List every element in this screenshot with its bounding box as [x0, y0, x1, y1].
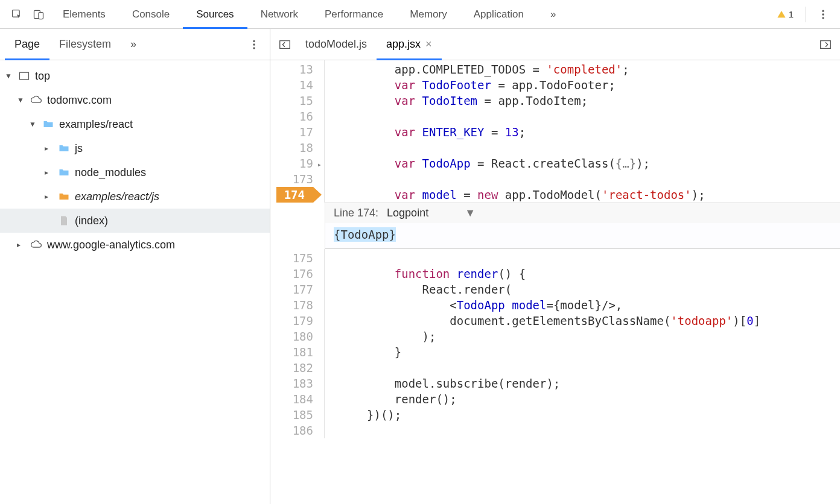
svg-point-4 — [822, 13, 824, 15]
file-tab-appjsx[interactable]: app.jsx × — [377, 29, 442, 60]
svg-rect-9 — [20, 72, 29, 80]
tree-domain-ga[interactable]: ▸ www.google-analytics.com — [0, 233, 270, 257]
tree-folder-examples-react[interactable]: ▼ examples/react — [0, 112, 270, 136]
frame-icon — [17, 70, 31, 82]
svg-point-5 — [822, 17, 824, 19]
editor-tabs: todoModel.js app.jsx × — [270, 29, 840, 60]
warning-count: 1 — [789, 9, 794, 19]
file-tab-label: app.jsx — [386, 38, 421, 51]
navigator-kebab-icon[interactable] — [247, 37, 261, 52]
cloud-icon — [29, 239, 43, 251]
tree-frame-top[interactable]: ▼ top — [0, 64, 270, 88]
code-editor[interactable]: 13141516171819173174 app.COMPLETED_TODOS… — [270, 60, 840, 438]
tree-label: www.google-analytics.com — [47, 239, 175, 251]
sidetab-more[interactable]: » — [121, 29, 146, 60]
toggle-debugger-icon[interactable] — [817, 36, 834, 53]
svg-rect-2 — [39, 12, 43, 19]
tree-label: examples/react — [59, 118, 133, 131]
navigator-sidebar: Page Filesystem » ▼ top ▼ todomvc.com ▼ — [0, 29, 270, 504]
tab-sources[interactable]: Sources — [183, 0, 247, 29]
sidetab-filesystem[interactable]: Filesystem — [49, 29, 121, 60]
navigator-tabs: Page Filesystem » — [0, 29, 270, 60]
kebab-menu-icon[interactable] — [816, 7, 830, 22]
tree-label: examples/react/js — [75, 191, 159, 203]
sidetab-page[interactable]: Page — [5, 29, 49, 60]
svg-rect-11 — [821, 40, 831, 48]
tree-label: todomvc.com — [47, 94, 112, 107]
folder-icon — [57, 142, 71, 154]
logpoint-input[interactable]: {TodoApp} — [325, 223, 840, 248]
tree-label: js — [75, 142, 83, 155]
tree-folder-js[interactable]: ▸ js — [0, 136, 270, 160]
svg-rect-10 — [280, 40, 290, 48]
tab-memory[interactable]: Memory — [396, 0, 460, 29]
tree-label: (index) — [75, 215, 108, 227]
tree-domain-todomvc[interactable]: ▼ todomvc.com — [0, 88, 270, 112]
svg-point-3 — [822, 10, 824, 11]
line-label: Line 174: — [334, 207, 378, 219]
svg-point-6 — [253, 40, 255, 42]
tree-label: node_modules — [75, 166, 146, 179]
tab-elements[interactable]: Elements — [49, 0, 119, 29]
file-tab-todomodel[interactable]: todoModel.js — [296, 29, 377, 60]
tree-label: top — [35, 70, 50, 83]
devtools-tab-bar: Elements Console Sources Network Perform… — [0, 0, 840, 29]
tree-folder-node-modules[interactable]: ▸ node_modules — [0, 160, 270, 184]
warning-badge[interactable]: 1 — [777, 9, 794, 19]
toggle-navigator-icon[interactable] — [276, 36, 293, 53]
editor-pane: todoModel.js app.jsx × 13141516171819173… — [270, 29, 840, 504]
file-tab-label: todoModel.js — [305, 38, 367, 51]
svg-point-7 — [253, 43, 255, 45]
close-tab-icon[interactable]: × — [425, 38, 432, 51]
tab-application[interactable]: Application — [460, 0, 537, 29]
divider — [806, 7, 806, 22]
folder-icon — [41, 118, 56, 130]
device-mode-icon[interactable] — [31, 7, 46, 22]
cloud-icon — [29, 94, 43, 106]
folder-icon — [57, 166, 71, 178]
tab-network[interactable]: Network — [247, 0, 311, 29]
breakpoint-type-dropdown[interactable]: Logpoint▼ — [387, 207, 476, 219]
breakpoint-inline-editor: Line 174: Logpoint▼ {TodoApp} — [325, 203, 840, 249]
document-icon — [57, 215, 71, 227]
sourcemap-folder-icon — [57, 191, 71, 203]
svg-point-8 — [253, 47, 255, 49]
tab-more[interactable]: » — [537, 0, 569, 29]
tree-folder-sourcemap[interactable]: ▸ examples/react/js — [0, 184, 270, 209]
file-tree: ▼ top ▼ todomvc.com ▼ examples/react ▸ j… — [0, 60, 270, 257]
tab-console[interactable]: Console — [119, 0, 183, 29]
tab-performance[interactable]: Performance — [311, 0, 396, 29]
inspect-element-icon[interactable] — [10, 7, 24, 22]
tree-file-index[interactable]: (index) — [0, 209, 270, 233]
